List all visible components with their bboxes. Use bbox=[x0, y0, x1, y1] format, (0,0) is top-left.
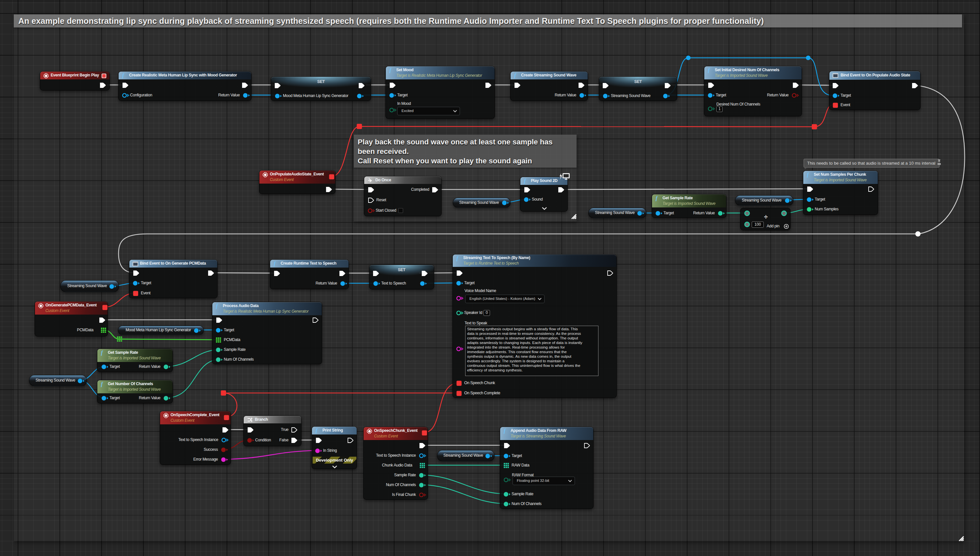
svg-text:1: 1 bbox=[368, 178, 370, 180]
